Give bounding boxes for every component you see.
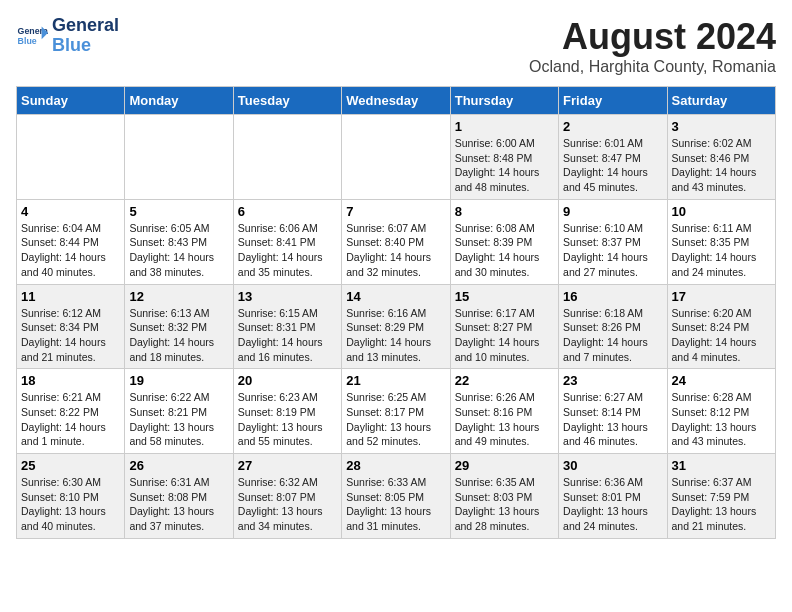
day-info: Sunrise: 6:20 AM Sunset: 8:24 PM Dayligh…: [672, 306, 771, 365]
day-info: Sunrise: 6:06 AM Sunset: 8:41 PM Dayligh…: [238, 221, 337, 280]
day-number: 11: [21, 289, 120, 304]
day-number: 1: [455, 119, 554, 134]
day-cell: 7Sunrise: 6:07 AM Sunset: 8:40 PM Daylig…: [342, 199, 450, 284]
day-number: 19: [129, 373, 228, 388]
day-number: 7: [346, 204, 445, 219]
col-header-monday: Monday: [125, 87, 233, 115]
day-info: Sunrise: 6:37 AM Sunset: 7:59 PM Dayligh…: [672, 475, 771, 534]
day-info: Sunrise: 6:17 AM Sunset: 8:27 PM Dayligh…: [455, 306, 554, 365]
day-info: Sunrise: 6:23 AM Sunset: 8:19 PM Dayligh…: [238, 390, 337, 449]
day-number: 29: [455, 458, 554, 473]
day-cell: 8Sunrise: 6:08 AM Sunset: 8:39 PM Daylig…: [450, 199, 558, 284]
day-cell: 31Sunrise: 6:37 AM Sunset: 7:59 PM Dayli…: [667, 454, 775, 539]
day-number: 5: [129, 204, 228, 219]
col-header-sunday: Sunday: [17, 87, 125, 115]
day-cell: [17, 115, 125, 200]
calendar-table: SundayMondayTuesdayWednesdayThursdayFrid…: [16, 86, 776, 539]
col-header-saturday: Saturday: [667, 87, 775, 115]
day-number: 30: [563, 458, 662, 473]
week-row-1: 1Sunrise: 6:00 AM Sunset: 8:48 PM Daylig…: [17, 115, 776, 200]
day-info: Sunrise: 6:02 AM Sunset: 8:46 PM Dayligh…: [672, 136, 771, 195]
day-number: 26: [129, 458, 228, 473]
day-number: 15: [455, 289, 554, 304]
day-number: 25: [21, 458, 120, 473]
day-info: Sunrise: 6:26 AM Sunset: 8:16 PM Dayligh…: [455, 390, 554, 449]
day-info: Sunrise: 6:04 AM Sunset: 8:44 PM Dayligh…: [21, 221, 120, 280]
day-cell: 24Sunrise: 6:28 AM Sunset: 8:12 PM Dayli…: [667, 369, 775, 454]
day-info: Sunrise: 6:30 AM Sunset: 8:10 PM Dayligh…: [21, 475, 120, 534]
day-info: Sunrise: 6:25 AM Sunset: 8:17 PM Dayligh…: [346, 390, 445, 449]
day-cell: 26Sunrise: 6:31 AM Sunset: 8:08 PM Dayli…: [125, 454, 233, 539]
day-cell: 17Sunrise: 6:20 AM Sunset: 8:24 PM Dayli…: [667, 284, 775, 369]
logo-icon: General Blue: [16, 20, 48, 52]
day-number: 21: [346, 373, 445, 388]
day-cell: [233, 115, 341, 200]
logo-text: General Blue: [52, 16, 119, 56]
day-info: Sunrise: 6:21 AM Sunset: 8:22 PM Dayligh…: [21, 390, 120, 449]
day-info: Sunrise: 6:33 AM Sunset: 8:05 PM Dayligh…: [346, 475, 445, 534]
day-cell: 3Sunrise: 6:02 AM Sunset: 8:46 PM Daylig…: [667, 115, 775, 200]
day-info: Sunrise: 6:36 AM Sunset: 8:01 PM Dayligh…: [563, 475, 662, 534]
col-header-tuesday: Tuesday: [233, 87, 341, 115]
col-header-wednesday: Wednesday: [342, 87, 450, 115]
day-cell: 19Sunrise: 6:22 AM Sunset: 8:21 PM Dayli…: [125, 369, 233, 454]
day-info: Sunrise: 6:07 AM Sunset: 8:40 PM Dayligh…: [346, 221, 445, 280]
day-number: 22: [455, 373, 554, 388]
day-cell: 5Sunrise: 6:05 AM Sunset: 8:43 PM Daylig…: [125, 199, 233, 284]
day-cell: 30Sunrise: 6:36 AM Sunset: 8:01 PM Dayli…: [559, 454, 667, 539]
day-info: Sunrise: 6:13 AM Sunset: 8:32 PM Dayligh…: [129, 306, 228, 365]
day-info: Sunrise: 6:08 AM Sunset: 8:39 PM Dayligh…: [455, 221, 554, 280]
header: General Blue General Blue August 2024 Oc…: [16, 16, 776, 76]
title-area: August 2024 Ocland, Harghita County, Rom…: [529, 16, 776, 76]
day-info: Sunrise: 6:18 AM Sunset: 8:26 PM Dayligh…: [563, 306, 662, 365]
day-cell: 22Sunrise: 6:26 AM Sunset: 8:16 PM Dayli…: [450, 369, 558, 454]
week-row-3: 11Sunrise: 6:12 AM Sunset: 8:34 PM Dayli…: [17, 284, 776, 369]
day-number: 3: [672, 119, 771, 134]
day-number: 14: [346, 289, 445, 304]
day-cell: 13Sunrise: 6:15 AM Sunset: 8:31 PM Dayli…: [233, 284, 341, 369]
day-cell: 27Sunrise: 6:32 AM Sunset: 8:07 PM Dayli…: [233, 454, 341, 539]
day-number: 6: [238, 204, 337, 219]
day-cell: 11Sunrise: 6:12 AM Sunset: 8:34 PM Dayli…: [17, 284, 125, 369]
day-cell: 18Sunrise: 6:21 AM Sunset: 8:22 PM Dayli…: [17, 369, 125, 454]
day-number: 27: [238, 458, 337, 473]
day-info: Sunrise: 6:31 AM Sunset: 8:08 PM Dayligh…: [129, 475, 228, 534]
day-number: 8: [455, 204, 554, 219]
day-cell: 20Sunrise: 6:23 AM Sunset: 8:19 PM Dayli…: [233, 369, 341, 454]
day-info: Sunrise: 6:01 AM Sunset: 8:47 PM Dayligh…: [563, 136, 662, 195]
day-cell: 23Sunrise: 6:27 AM Sunset: 8:14 PM Dayli…: [559, 369, 667, 454]
col-header-friday: Friday: [559, 87, 667, 115]
day-cell: 6Sunrise: 6:06 AM Sunset: 8:41 PM Daylig…: [233, 199, 341, 284]
day-cell: 15Sunrise: 6:17 AM Sunset: 8:27 PM Dayli…: [450, 284, 558, 369]
day-info: Sunrise: 6:35 AM Sunset: 8:03 PM Dayligh…: [455, 475, 554, 534]
day-info: Sunrise: 6:00 AM Sunset: 8:48 PM Dayligh…: [455, 136, 554, 195]
day-info: Sunrise: 6:22 AM Sunset: 8:21 PM Dayligh…: [129, 390, 228, 449]
day-cell: [125, 115, 233, 200]
day-number: 9: [563, 204, 662, 219]
week-row-2: 4Sunrise: 6:04 AM Sunset: 8:44 PM Daylig…: [17, 199, 776, 284]
day-cell: 1Sunrise: 6:00 AM Sunset: 8:48 PM Daylig…: [450, 115, 558, 200]
day-cell: 14Sunrise: 6:16 AM Sunset: 8:29 PM Dayli…: [342, 284, 450, 369]
day-number: 16: [563, 289, 662, 304]
day-info: Sunrise: 6:15 AM Sunset: 8:31 PM Dayligh…: [238, 306, 337, 365]
day-cell: [342, 115, 450, 200]
day-cell: 10Sunrise: 6:11 AM Sunset: 8:35 PM Dayli…: [667, 199, 775, 284]
day-number: 17: [672, 289, 771, 304]
day-cell: 28Sunrise: 6:33 AM Sunset: 8:05 PM Dayli…: [342, 454, 450, 539]
day-info: Sunrise: 6:05 AM Sunset: 8:43 PM Dayligh…: [129, 221, 228, 280]
day-info: Sunrise: 6:32 AM Sunset: 8:07 PM Dayligh…: [238, 475, 337, 534]
logo-line2: Blue: [52, 35, 91, 55]
main-title: August 2024: [529, 16, 776, 58]
logo-line1: General: [52, 16, 119, 36]
day-number: 10: [672, 204, 771, 219]
day-info: Sunrise: 6:10 AM Sunset: 8:37 PM Dayligh…: [563, 221, 662, 280]
day-info: Sunrise: 6:12 AM Sunset: 8:34 PM Dayligh…: [21, 306, 120, 365]
day-cell: 16Sunrise: 6:18 AM Sunset: 8:26 PM Dayli…: [559, 284, 667, 369]
svg-text:Blue: Blue: [18, 36, 37, 46]
day-cell: 2Sunrise: 6:01 AM Sunset: 8:47 PM Daylig…: [559, 115, 667, 200]
day-number: 24: [672, 373, 771, 388]
day-number: 13: [238, 289, 337, 304]
day-number: 20: [238, 373, 337, 388]
day-cell: 21Sunrise: 6:25 AM Sunset: 8:17 PM Dayli…: [342, 369, 450, 454]
day-cell: 9Sunrise: 6:10 AM Sunset: 8:37 PM Daylig…: [559, 199, 667, 284]
